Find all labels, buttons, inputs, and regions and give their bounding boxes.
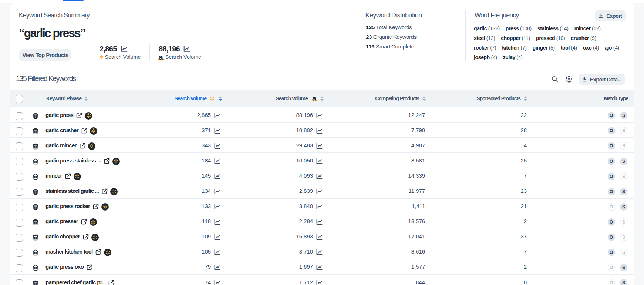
svg-text:a: a [158,53,163,62]
